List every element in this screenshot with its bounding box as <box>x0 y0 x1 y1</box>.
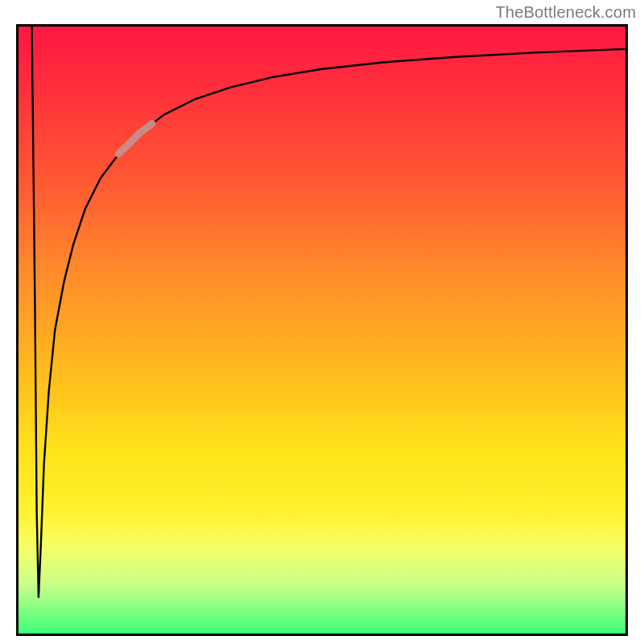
attribution-text: TheBottleneck.com <box>495 3 636 22</box>
curve-svg <box>19 27 625 634</box>
curve-highlight-segment <box>118 124 151 155</box>
chart-plot-area <box>16 24 628 636</box>
bottleneck-curve <box>32 27 625 597</box>
